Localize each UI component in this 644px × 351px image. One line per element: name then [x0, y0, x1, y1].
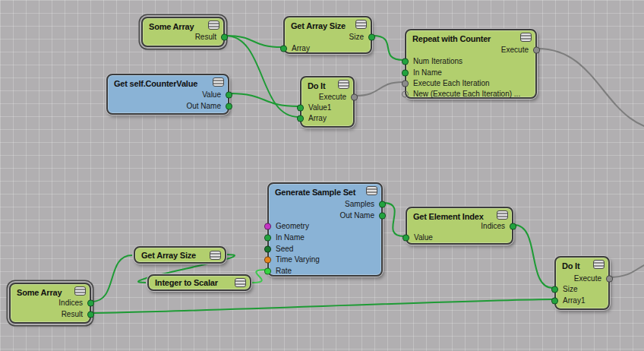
port-label: Result: [62, 310, 83, 318]
port-label: Rate: [276, 267, 292, 275]
port-label: Array: [308, 114, 327, 122]
wire-do-it-2-execute-to-offscreen-right[interactable]: [608, 260, 644, 277]
port-label: Execute: [501, 46, 529, 54]
port-label: Size: [349, 33, 364, 41]
node-header: Generate Sample Set: [269, 184, 381, 198]
port-output-size: Size: [285, 32, 371, 43]
menu-icon[interactable]: [593, 260, 605, 269]
port-dot-ring[interactable]: [402, 91, 409, 98]
node-some-array-2[interactable]: Some ArrayIndicesResult: [9, 283, 91, 324]
port-label: Time Varying: [276, 255, 320, 264]
port-input-in-name: In Name: [269, 232, 381, 243]
port-dot-green[interactable]: [379, 201, 386, 208]
port-dot-green[interactable]: [551, 298, 558, 305]
port-label: Geometry: [276, 222, 309, 230]
menu-icon[interactable]: [74, 286, 86, 296]
wire-do-it-1-execute-to-repeat-execute-each-iteration[interactable]: [355, 82, 403, 96]
node-title: Repeat with Counter: [412, 34, 491, 43]
node-get-array-size-2[interactable]: Get Array Size: [134, 246, 226, 264]
menu-icon[interactable]: [213, 77, 224, 87]
port-output-samples: Samples: [269, 199, 381, 210]
wire-some-array-2-result-to-do-it-2-array1[interactable]: [92, 299, 553, 313]
node-header: Some Array: [11, 284, 90, 299]
port-dot-green[interactable]: [264, 235, 271, 242]
node-some-array-1[interactable]: Some ArrayResult: [141, 17, 225, 47]
port-output-execute: Execute: [556, 274, 608, 284]
port-input-time-varying: Time Varying: [269, 255, 381, 265]
port-dot-green[interactable]: [87, 300, 94, 307]
port-dot-green[interactable]: [226, 103, 232, 110]
node-header: Repeat with Counter: [406, 30, 535, 45]
node-do-it-2[interactable]: Do ItExecuteSizeArray1: [554, 256, 610, 310]
port-output-result: Result: [143, 32, 223, 43]
node-title: Generate Sample Set: [275, 188, 355, 197]
port-dot-green[interactable]: [226, 92, 232, 99]
menu-icon[interactable]: [235, 278, 246, 287]
wire-countervalue-value-to-do-it-1-value1[interactable]: [230, 93, 298, 106]
menu-icon[interactable]: [366, 186, 377, 195]
port-output-indices: Indices: [11, 298, 90, 308]
wire-generate-sample-set-samples-to-get-element-index-value[interactable]: [384, 203, 404, 236]
port-dot-magenta[interactable]: [264, 223, 271, 230]
node-title: Get Array Size: [141, 248, 196, 262]
node-do-it-1[interactable]: Do ItExecuteValue1Array: [300, 76, 355, 128]
port-label: Array: [292, 44, 310, 52]
port-dot-darkgreen[interactable]: [264, 246, 271, 253]
menu-icon[interactable]: [338, 80, 349, 89]
node-get-array-size-1[interactable]: Get Array SizeSizeArray: [283, 16, 372, 54]
port-output-value: Value: [108, 90, 228, 100]
wire-repeat-execute-to-offscreen-right[interactable]: [538, 49, 644, 131]
port-dot-gray[interactable]: [351, 94, 358, 101]
port-dot-green[interactable]: [297, 115, 304, 122]
wire-some-array-2-indices-to-get-array-size-2-input[interactable]: [92, 255, 132, 302]
port-label: In Name: [276, 233, 305, 242]
node-header: Do It: [301, 77, 353, 92]
menu-icon[interactable]: [355, 20, 367, 29]
port-dot-green[interactable]: [402, 235, 409, 242]
node-get-self-countervalue[interactable]: Get self.CounterValueValueOut Name: [106, 74, 229, 115]
port-dot-green[interactable]: [402, 70, 409, 77]
port-output-out-name: Out Name: [108, 101, 228, 112]
port-dot-green[interactable]: [221, 34, 228, 41]
port-label: Samples: [345, 200, 374, 208]
port-dot-green[interactable]: [368, 34, 375, 41]
port-dot-gray[interactable]: [533, 47, 540, 54]
port-dot-orange[interactable]: [264, 257, 271, 264]
port-dot-green[interactable]: [280, 46, 287, 52]
node-integer-to-scalar[interactable]: Integer to Scalar: [147, 274, 251, 291]
menu-icon[interactable]: [210, 251, 221, 260]
menu-icon[interactable]: [520, 33, 532, 42]
port-label: Execute: [319, 93, 346, 101]
port-dot-green[interactable]: [510, 223, 516, 230]
port-label: Value: [202, 90, 221, 99]
port-input-rate: Rate: [269, 266, 381, 277]
port-output-execute: Execute: [301, 92, 353, 103]
port-dot-green[interactable]: [402, 58, 409, 65]
node-title: Some Array: [17, 288, 62, 297]
port-label: New (Execute Each Iteration) ...: [413, 90, 520, 98]
port-input-execute-each-iteration: Execute Each Iteration: [406, 78, 535, 89]
port-dot-gray[interactable]: [606, 276, 613, 283]
port-dot-green[interactable]: [379, 213, 386, 220]
port-input-geometry: Geometry: [269, 221, 381, 232]
menu-icon[interactable]: [208, 21, 219, 30]
node-repeat-with-counter[interactable]: Repeat with CounterExecuteNum Iterations…: [405, 29, 537, 99]
port-output-execute: Execute: [406, 45, 535, 55]
port-dot-green[interactable]: [87, 311, 94, 318]
port-label: Seed: [276, 245, 293, 253]
wire-get-array-size-1-size-to-repeat-num-iterations[interactable]: [373, 36, 403, 60]
port-dot-bright[interactable]: [264, 268, 271, 275]
port-input-array: Array: [301, 113, 353, 124]
menu-icon[interactable]: [497, 210, 508, 220]
wire-get-element-index-indices-to-do-it-2-size[interactable]: [514, 225, 553, 288]
port-dot-green[interactable]: [551, 286, 558, 293]
node-get-element-index[interactable]: Get Element IndexIndicesValue: [406, 207, 513, 245]
port-dot-green[interactable]: [297, 105, 304, 112]
port-label: Value1: [308, 103, 331, 112]
node-header: Some Array: [143, 18, 223, 33]
port-input-in-name: In Name: [406, 68, 535, 78]
node-graph-canvas[interactable]: Some ArrayResultGet Array SizeSizeArrayR…: [0, 0, 644, 351]
port-label: Num Iterations: [413, 57, 462, 65]
port-dot-gray[interactable]: [402, 81, 409, 87]
node-generate-sample-set[interactable]: Generate Sample SetSamplesOut NameGeomet…: [267, 182, 383, 277]
